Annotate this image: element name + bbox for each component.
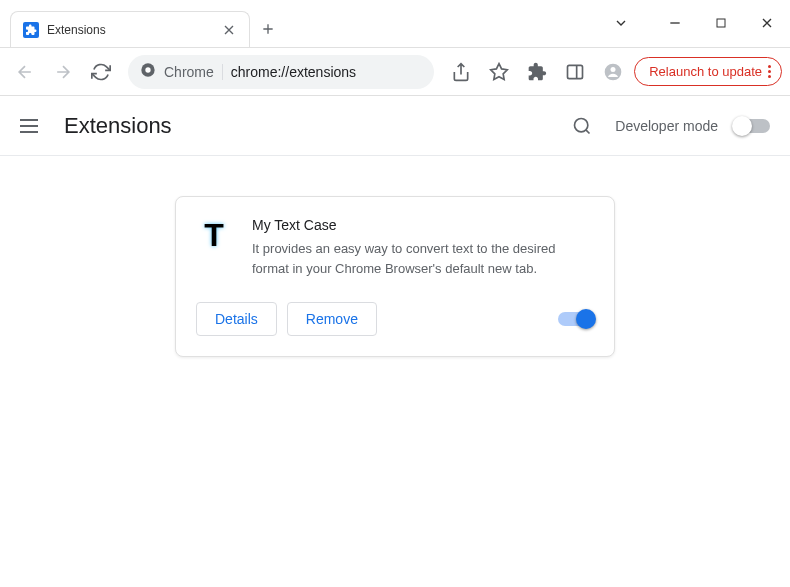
maximize-button[interactable] — [698, 3, 744, 43]
window-controls — [598, 0, 790, 47]
close-window-button[interactable] — [744, 3, 790, 43]
omnibox-url: chrome://extensions — [231, 64, 356, 80]
share-button[interactable] — [444, 55, 478, 89]
bookmark-button[interactable] — [482, 55, 516, 89]
browser-tab[interactable]: Extensions — [10, 11, 250, 47]
extensions-button[interactable] — [520, 55, 554, 89]
forward-button[interactable] — [46, 55, 80, 89]
toggle-knob — [576, 309, 596, 329]
toggle-knob — [732, 116, 752, 136]
svg-rect-0 — [717, 19, 725, 27]
extensions-list: T My Text Case It provides an easy way t… — [0, 156, 790, 397]
page-title: Extensions — [64, 113, 172, 139]
svg-rect-3 — [568, 65, 583, 78]
tab-title: Extensions — [47, 23, 213, 37]
extension-puzzle-icon — [23, 22, 39, 38]
close-tab-button[interactable] — [221, 22, 237, 38]
extension-description: It provides an easy way to convert text … — [252, 239, 594, 278]
new-tab-button[interactable] — [254, 15, 282, 43]
reload-button[interactable] — [84, 55, 118, 89]
minimize-button[interactable] — [652, 3, 698, 43]
developer-mode-label: Developer mode — [615, 118, 718, 134]
extension-enable-toggle[interactable] — [558, 312, 594, 326]
svg-point-6 — [575, 118, 588, 131]
menu-button[interactable] — [20, 114, 44, 138]
svg-point-2 — [145, 67, 150, 72]
back-button[interactable] — [8, 55, 42, 89]
svg-point-5 — [611, 67, 616, 72]
remove-button[interactable]: Remove — [287, 302, 377, 336]
relaunch-button[interactable]: Relaunch to update — [634, 57, 782, 86]
extension-name: My Text Case — [252, 217, 594, 233]
profile-button[interactable] — [596, 55, 630, 89]
extension-card: T My Text Case It provides an easy way t… — [175, 196, 615, 357]
omnibox-prefix: Chrome — [164, 64, 214, 80]
browser-toolbar: Chrome chrome://extensions Relaunch to u… — [0, 48, 790, 96]
chrome-logo-icon — [140, 62, 156, 82]
side-panel-button[interactable] — [558, 55, 592, 89]
omnibox-separator — [222, 64, 223, 80]
extension-icon-letter: T — [204, 219, 224, 251]
developer-mode-toggle[interactable] — [734, 119, 770, 133]
more-icon — [768, 65, 771, 78]
extension-icon: T — [196, 217, 232, 253]
extensions-page-header: Extensions Developer mode — [0, 96, 790, 156]
relaunch-label: Relaunch to update — [649, 64, 762, 79]
details-button[interactable]: Details — [196, 302, 277, 336]
search-button[interactable] — [565, 109, 599, 143]
tab-search-button[interactable] — [598, 3, 644, 43]
address-bar[interactable]: Chrome chrome://extensions — [128, 55, 434, 89]
window-titlebar: Extensions — [0, 0, 790, 48]
